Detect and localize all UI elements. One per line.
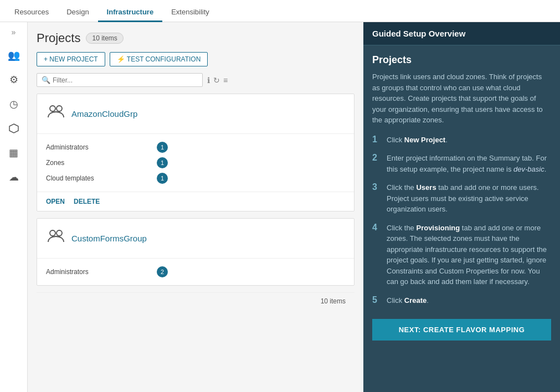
tab-infrastructure[interactable]: Infrastructure xyxy=(98,3,163,22)
detail-label: Administrators xyxy=(46,143,89,151)
right-panel: Guided Setup Overview Projects Projects … xyxy=(363,22,560,392)
tab-design[interactable]: Design xyxy=(58,3,97,22)
project-card-header: CustomFormsGroup xyxy=(37,219,354,259)
next-button[interactable]: NEXT: CREATE FLAVOR MAPPING xyxy=(372,319,551,341)
detail-label: Cloud templates xyxy=(46,174,94,182)
panel-step-1: 1 Click New Project. xyxy=(372,135,551,146)
sidebar-expand-button[interactable]: » xyxy=(12,28,16,37)
step-text: Click the Provisioning tab and add one o… xyxy=(387,223,551,287)
project-card-header: AmazonCloudGrp xyxy=(37,94,354,134)
project-card: AmazonCloudGrp Administrators 1 Zones 1 … xyxy=(37,94,355,212)
sidebar-icon-cloud[interactable]: ☁ xyxy=(4,167,24,187)
search-icon: 🔍 xyxy=(42,76,50,84)
panel-step-5: 5 Click Create. xyxy=(372,295,551,306)
content-area: Projects 10 items + NEW PROJECT ⚡ TEST C… xyxy=(28,22,363,392)
detail-label: Administrators xyxy=(46,268,89,276)
svg-marker-0 xyxy=(9,124,18,133)
list-view-icon[interactable]: ≡ xyxy=(223,76,228,85)
panel-step-2: 2 Enter project information on the Summa… xyxy=(372,153,551,174)
detail-count: 1 xyxy=(157,173,168,184)
step-number: 1 xyxy=(372,135,381,146)
project-group-icon xyxy=(46,226,66,250)
page-title: Projects xyxy=(37,31,80,45)
step-text: Click the Users tab and add one or more … xyxy=(387,182,551,215)
step-text: Click Create. xyxy=(387,295,429,306)
detail-row: Zones 1 xyxy=(46,155,168,171)
detail-label: Zones xyxy=(46,159,64,167)
filter-input-wrap[interactable]: 🔍 xyxy=(37,73,203,87)
new-project-button[interactable]: + NEW PROJECT xyxy=(37,52,105,66)
step-text: Enter project information on the Summary… xyxy=(387,153,551,174)
top-navigation: Resources Design Infrastructure Extensib… xyxy=(0,0,560,22)
step-number: 2 xyxy=(372,153,381,174)
project-name[interactable]: AmazonCloudGrp xyxy=(71,109,137,118)
project-actions: OPEN DELETE xyxy=(37,192,354,211)
panel-step-4: 4 Click the Provisioning tab and add one… xyxy=(372,223,551,287)
svg-point-1 xyxy=(50,106,55,111)
project-group-icon xyxy=(46,102,66,126)
detail-count: 1 xyxy=(157,142,168,153)
test-configuration-button[interactable]: ⚡ TEST CONFIGURATION xyxy=(110,52,208,66)
svg-point-3 xyxy=(50,230,55,236)
refresh-icon[interactable]: ↻ xyxy=(213,76,220,85)
project-list: AmazonCloudGrp Administrators 1 Zones 1 … xyxy=(37,94,355,383)
step-text: Click New Project. xyxy=(387,135,448,146)
info-icon[interactable]: ℹ xyxy=(207,76,210,85)
panel-step-3: 3 Click the Users tab and add one or mor… xyxy=(372,182,551,215)
detail-count: 2 xyxy=(157,266,168,277)
panel-section-title: Projects xyxy=(372,54,551,66)
sidebar: » 👥 ⚙ ◷ ▦ ☁ xyxy=(0,22,28,392)
toolbar: + NEW PROJECT ⚡ TEST CONFIGURATION xyxy=(37,52,355,66)
filter-icons: ℹ ↻ ≡ xyxy=(207,76,228,85)
project-details: Administrators 2 xyxy=(37,259,354,285)
items-badge: 10 items xyxy=(86,33,123,44)
sidebar-icon-network[interactable] xyxy=(4,118,24,138)
step-number: 5 xyxy=(372,295,381,306)
sidebar-icon-users[interactable]: 👥 xyxy=(4,45,24,65)
sidebar-icon-settings[interactable]: ⚙ xyxy=(4,70,24,90)
detail-row: Administrators 2 xyxy=(46,264,168,280)
tab-extensibility[interactable]: Extensibility xyxy=(162,3,218,22)
projects-page: Projects 10 items + NEW PROJECT ⚡ TEST C… xyxy=(28,22,363,392)
panel-intro: Projects link users and cloud zones. Thi… xyxy=(372,71,551,126)
step-number: 3 xyxy=(372,182,381,215)
project-name[interactable]: CustomFormsGroup xyxy=(71,234,147,243)
svg-point-2 xyxy=(56,106,62,111)
sidebar-icon-clock[interactable]: ◷ xyxy=(4,94,24,114)
step-number: 4 xyxy=(372,223,381,287)
detail-row: Cloud templates 1 xyxy=(46,171,168,186)
tab-resources[interactable]: Resources xyxy=(6,3,58,22)
sidebar-icon-chart[interactable]: ▦ xyxy=(4,143,24,163)
list-footer: 10 items xyxy=(37,292,355,310)
filter-input[interactable] xyxy=(53,76,198,84)
detail-count: 1 xyxy=(157,157,168,168)
svg-point-4 xyxy=(56,230,62,236)
delete-link[interactable]: DELETE xyxy=(74,198,100,205)
project-details: Administrators 1 Zones 1 Cloud templates… xyxy=(37,134,354,192)
detail-row: Administrators 1 xyxy=(46,140,168,155)
panel-header: Guided Setup Overview xyxy=(363,22,560,45)
filter-bar: 🔍 ℹ ↻ ≡ xyxy=(37,73,355,87)
open-link[interactable]: OPEN xyxy=(46,198,65,205)
panel-body: Projects Projects link users and cloud z… xyxy=(363,45,560,392)
page-header: Projects 10 items xyxy=(37,31,355,45)
project-card: CustomFormsGroup Administrators 2 xyxy=(37,218,355,286)
main-layout: » 👥 ⚙ ◷ ▦ ☁ Projects 10 items + NEW PROJ… xyxy=(0,22,560,392)
